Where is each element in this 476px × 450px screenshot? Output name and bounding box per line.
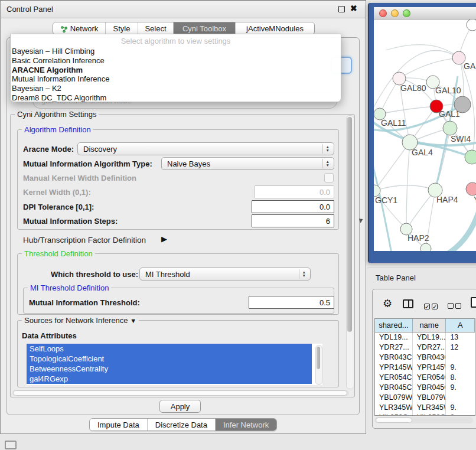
table-cell: YBL079W	[375, 393, 413, 403]
bottom-tab-discretize-data[interactable]: Discretize Data	[148, 419, 216, 431]
stepper-arrows-icon: ▲▼	[322, 144, 331, 154]
table-cell: YER054C	[375, 373, 413, 383]
mi-algorithm-type-select[interactable]: Naive Bayes ▲▼	[161, 157, 334, 170]
table-row[interactable]: YDR27...YDR27...12	[375, 343, 475, 353]
mi-steps-label: Mutual Information Steps:	[23, 217, 118, 226]
tab-label: Select	[145, 22, 166, 35]
network-edge	[386, 45, 459, 58]
table-cell: YDL19...	[375, 332, 413, 343]
tab-select[interactable]: Select	[138, 22, 174, 35]
network-node-bottom-small[interactable]	[420, 243, 431, 251]
apply-button[interactable]: Apply	[159, 400, 201, 413]
algorithm-placeholder: Select algorithm to view settings	[11, 34, 341, 47]
table-cell: YIL052C	[375, 413, 413, 416]
close-panel-icon[interactable]: ✖	[350, 4, 357, 13]
table-cell	[446, 353, 475, 363]
algorithm-option[interactable]: Bayesian – K2	[11, 84, 341, 93]
expand-arrow-icon[interactable]: ▶	[161, 234, 167, 243]
network-node-label: SWI4	[451, 134, 471, 144]
table-row[interactable]: YPR145WYPR145W9.	[375, 363, 475, 373]
tab-jactivemnodules[interactable]: jActiveMNodules	[236, 22, 314, 35]
network-edge	[374, 160, 392, 251]
kernel-width-field[interactable]	[255, 185, 334, 198]
algorithm-options-list: Bayesian – Hill ClimbingBasic Correlatio…	[11, 47, 341, 103]
dpi-tolerance-label: DPI Tolerance [0,1]:	[23, 203, 94, 211]
table-cell: 8.	[446, 373, 475, 383]
settings-horizontal-scrollbar[interactable]	[12, 390, 349, 396]
data-attributes-label: Data Attributes	[22, 331, 77, 340]
tab-label: jActiveMNodules	[246, 22, 304, 35]
algorithm-option[interactable]: Basic Correlation Inference	[11, 56, 341, 66]
threshold-definition-title: Threshold Definition	[22, 249, 95, 258]
table-row[interactable]: YBR045CYBR045C9.	[375, 383, 475, 393]
column-header[interactable]: A	[446, 319, 475, 332]
table-cell: 12	[446, 343, 475, 353]
close-traffic-light[interactable]	[379, 9, 387, 17]
network-canvas[interactable]: GALGAL80GAL10GAL1GAL11SWI4GAL4GCY1HAP4YH…	[374, 19, 476, 251]
data-attribute-item[interactable]: SelfLoops	[27, 344, 312, 354]
columns-icon[interactable]	[403, 299, 413, 308]
table-row[interactable]: YER054CYER054C8.	[375, 373, 475, 383]
network-node-label: GAL1	[439, 109, 460, 119]
unchecked-boxes-icon[interactable]	[448, 301, 463, 311]
network-node-top-partial[interactable]	[467, 19, 476, 31]
tab-label: Discretize Data	[155, 419, 207, 431]
tab-network[interactable]: Network	[53, 22, 106, 35]
table-cell: YDL19...	[413, 332, 446, 343]
network-node-SWI4[interactable]	[443, 121, 457, 135]
which-threshold-label: Which threshold to use:	[51, 270, 138, 279]
data-attribute-item[interactable]: TopologicalCoefficient	[27, 354, 312, 364]
network-window-titlebar[interactable]	[374, 7, 476, 19]
algorithm-option[interactable]: ARACNE Algorithm	[11, 66, 341, 75]
mi-algorithm-type-value: Naive Bayes	[167, 159, 322, 168]
bottom-tab-infer-network[interactable]: Infer Network	[216, 419, 276, 431]
data-attribute-item[interactable]: BetweennessCentrality	[27, 364, 312, 374]
algorithm-option[interactable]: Mutual Information Inference	[11, 74, 341, 84]
table-row[interactable]: YIL052CYIL052C9	[375, 413, 475, 416]
stepper-arrows-icon: ▲▼	[322, 159, 331, 168]
data-attribute-item[interactable]: gal4RGexp	[27, 374, 312, 384]
column-header[interactable]: name	[413, 319, 446, 332]
table-cell: 13	[446, 332, 475, 343]
minimize-traffic-light[interactable]	[391, 9, 399, 17]
mi-threshold-field[interactable]	[249, 296, 334, 309]
table-row[interactable]: YDL19...YDL19...13	[375, 332, 475, 343]
table-cell: YDR27...	[375, 343, 413, 353]
gear-icon[interactable]: ⚙	[383, 297, 392, 310]
float-window-icon[interactable]	[338, 6, 345, 12]
tab-cyni-toolbox[interactable]: Cyni Toolbox	[174, 22, 236, 35]
table-cell: YLR345W	[375, 403, 413, 413]
network-node-pink-right[interactable]	[466, 182, 476, 195]
manual-kernel-width-checkbox[interactable]	[324, 173, 334, 182]
column-header[interactable]: shared...	[375, 319, 413, 332]
tab-style[interactable]: Style	[106, 22, 138, 35]
table-cell: 9.	[446, 383, 475, 393]
bottom-tab-impute-data[interactable]: Impute Data	[90, 419, 148, 431]
algorithm-definition-title: Algorithm Definition	[22, 125, 93, 134]
table-cell	[446, 393, 475, 403]
mi-steps-field[interactable]	[252, 214, 334, 227]
checked-boxes-icon[interactable]: ✓✓	[424, 301, 439, 311]
table-row[interactable]: YBR043CYBR043C	[375, 353, 475, 363]
collapse-arrow-icon[interactable]: ▼	[130, 317, 136, 324]
tab-label: Style	[113, 22, 131, 35]
which-threshold-select[interactable]: MI Threshold ▲▼	[139, 268, 311, 281]
minimized-panel-icon[interactable]	[5, 441, 17, 449]
data-attributes-list[interactable]: SelfLoopsTopologicalCoefficientBetweenne…	[27, 344, 322, 385]
attributes-list-scrollbar[interactable]	[315, 345, 322, 385]
settings-vertical-scrollbar[interactable]	[346, 115, 354, 389]
hub-section-label[interactable]: Hub/Transcription Factor Definition	[23, 236, 146, 244]
algorithm-option[interactable]: Dream8 DC_TDC Algorithm	[11, 93, 341, 103]
table-row[interactable]: YLR345WYLR345W9.	[375, 403, 475, 413]
dpi-tolerance-field[interactable]	[252, 200, 334, 213]
table-horizontal-scrollbar[interactable]	[374, 417, 473, 423]
control-panel-titlebar: Control Panel ✖	[1, 1, 366, 18]
control-panel-title: Control Panel	[6, 5, 53, 14]
network-node-green-right[interactable]	[465, 150, 476, 164]
cyni-algorithm-settings-title: Cyni Algorithm Settings	[15, 110, 99, 119]
zoom-traffic-light[interactable]	[403, 9, 410, 17]
page-icon[interactable]	[471, 297, 476, 308]
aracne-mode-select[interactable]: Discovery ▲▼	[77, 142, 334, 155]
table-row[interactable]: YBL079WYBL079W	[375, 393, 475, 403]
algorithm-option[interactable]: Bayesian – Hill Climbing	[11, 47, 341, 56]
